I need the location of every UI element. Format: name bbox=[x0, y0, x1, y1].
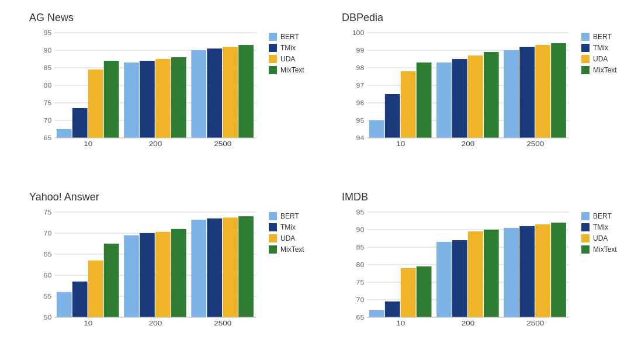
svg-text:200: 200 bbox=[462, 140, 475, 147]
chart-svg-ag-news: 65707580859095102002500 bbox=[29, 27, 260, 155]
svg-rect-19 bbox=[124, 63, 139, 138]
svg-text:60: 60 bbox=[44, 272, 52, 279]
legend-color-bert bbox=[581, 33, 590, 41]
svg-text:200: 200 bbox=[462, 320, 475, 327]
svg-text:10: 10 bbox=[396, 140, 405, 147]
legend-label-tmix: TMix bbox=[280, 44, 296, 52]
svg-text:65: 65 bbox=[44, 135, 52, 141]
svg-rect-24 bbox=[191, 50, 206, 138]
svg-rect-102 bbox=[369, 310, 384, 317]
svg-text:50: 50 bbox=[44, 314, 52, 321]
chart-yahoo-answer: Yahoo! Answer505560657075102002500BERTTM… bbox=[6, 185, 313, 359]
svg-rect-49 bbox=[436, 63, 452, 138]
legend-color-mixtext bbox=[581, 245, 590, 254]
legend-color-uda bbox=[269, 55, 277, 63]
legend-color-uda bbox=[269, 234, 277, 242]
svg-text:10: 10 bbox=[84, 140, 92, 147]
chart-title-yahoo-answer: Yahoo! Answer bbox=[29, 191, 307, 203]
svg-text:90: 90 bbox=[44, 47, 52, 54]
legend-color-bert bbox=[269, 212, 277, 220]
legend-color-mixtext bbox=[581, 66, 590, 74]
svg-rect-113 bbox=[519, 226, 535, 317]
legend-item-tmix: TMix bbox=[269, 223, 307, 231]
svg-rect-83 bbox=[207, 218, 222, 317]
svg-rect-52 bbox=[484, 52, 499, 138]
svg-text:2500: 2500 bbox=[526, 140, 544, 147]
chart-dbpedia: DBPedia949596979899100102002500BERTTMixU… bbox=[318, 6, 625, 179]
svg-rect-112 bbox=[504, 228, 519, 317]
svg-rect-57 bbox=[551, 43, 566, 138]
svg-rect-74 bbox=[88, 260, 103, 317]
svg-text:70: 70 bbox=[356, 297, 365, 303]
legend-label-mixtext: MixText bbox=[280, 66, 304, 74]
svg-rect-56 bbox=[535, 45, 550, 138]
legend-item-uda: UDA bbox=[581, 234, 619, 242]
svg-rect-55 bbox=[519, 47, 535, 138]
svg-rect-27 bbox=[238, 45, 254, 138]
legend-label-bert: BERT bbox=[280, 212, 299, 220]
svg-rect-75 bbox=[104, 244, 119, 317]
legend-label-uda: UDA bbox=[280, 234, 295, 242]
svg-rect-82 bbox=[191, 219, 206, 317]
svg-text:65: 65 bbox=[44, 251, 52, 258]
svg-rect-44 bbox=[369, 120, 384, 138]
legend-label-bert: BERT bbox=[280, 33, 299, 41]
svg-text:65: 65 bbox=[356, 314, 365, 321]
svg-rect-73 bbox=[72, 281, 88, 317]
svg-text:75: 75 bbox=[44, 209, 52, 216]
svg-text:55: 55 bbox=[44, 293, 52, 300]
svg-rect-25 bbox=[207, 48, 222, 138]
legend-color-bert bbox=[581, 212, 590, 220]
svg-text:2500: 2500 bbox=[214, 140, 231, 147]
legend-item-mixtext: MixText bbox=[269, 245, 307, 254]
legend-color-tmix bbox=[581, 223, 590, 231]
legend-item-tmix: TMix bbox=[581, 223, 619, 231]
svg-rect-77 bbox=[124, 235, 139, 317]
legend-item-bert: BERT bbox=[269, 212, 307, 220]
svg-rect-103 bbox=[385, 301, 400, 317]
svg-rect-14 bbox=[57, 129, 72, 138]
legend-label-uda: UDA bbox=[593, 55, 608, 63]
svg-text:97: 97 bbox=[356, 82, 365, 89]
svg-text:85: 85 bbox=[356, 244, 365, 251]
svg-text:94: 94 bbox=[356, 135, 365, 141]
legend-label-mixtext: MixText bbox=[280, 245, 304, 254]
chart-ag-news: AG News65707580859095102002500BERTTMixUD… bbox=[6, 6, 313, 179]
svg-rect-54 bbox=[504, 50, 519, 138]
legend-label-tmix: TMix bbox=[593, 44, 608, 52]
svg-rect-51 bbox=[468, 56, 483, 138]
legend-yahoo-answer: BERTTMixUDAMixText bbox=[260, 206, 307, 335]
legend-item-mixtext: MixText bbox=[269, 66, 307, 74]
legend-color-uda bbox=[581, 234, 590, 242]
svg-rect-107 bbox=[436, 242, 452, 317]
chart-title-imdb: IMDB bbox=[342, 191, 619, 203]
legend-item-bert: BERT bbox=[581, 33, 619, 41]
legend-item-uda: UDA bbox=[581, 55, 619, 63]
svg-text:200: 200 bbox=[149, 320, 162, 327]
svg-text:2500: 2500 bbox=[526, 320, 544, 327]
svg-text:75: 75 bbox=[356, 279, 365, 286]
legend-color-uda bbox=[581, 55, 590, 63]
chart-title-dbpedia: DBPedia bbox=[342, 12, 619, 24]
svg-text:95: 95 bbox=[356, 209, 365, 216]
charts-grid: AG News65707580859095102002500BERTTMixUD… bbox=[0, 0, 631, 364]
svg-text:99: 99 bbox=[356, 47, 365, 54]
svg-rect-22 bbox=[171, 57, 186, 138]
legend-label-bert: BERT bbox=[593, 212, 612, 220]
svg-rect-20 bbox=[140, 61, 155, 138]
svg-rect-15 bbox=[72, 108, 88, 138]
legend-color-mixtext bbox=[269, 66, 277, 74]
svg-text:70: 70 bbox=[44, 230, 52, 237]
svg-rect-17 bbox=[104, 61, 119, 138]
chart-svg-yahoo-answer: 505560657075102002500 bbox=[29, 206, 260, 335]
svg-rect-108 bbox=[452, 240, 467, 317]
svg-rect-45 bbox=[385, 94, 400, 138]
svg-text:80: 80 bbox=[44, 82, 52, 89]
svg-rect-47 bbox=[417, 63, 432, 138]
svg-rect-79 bbox=[155, 231, 171, 317]
legend-item-tmix: TMix bbox=[269, 44, 307, 52]
svg-rect-110 bbox=[484, 230, 499, 317]
legend-color-tmix bbox=[581, 44, 590, 52]
svg-rect-46 bbox=[401, 71, 416, 138]
chart-svg-imdb: 65707580859095102002500 bbox=[342, 206, 573, 335]
